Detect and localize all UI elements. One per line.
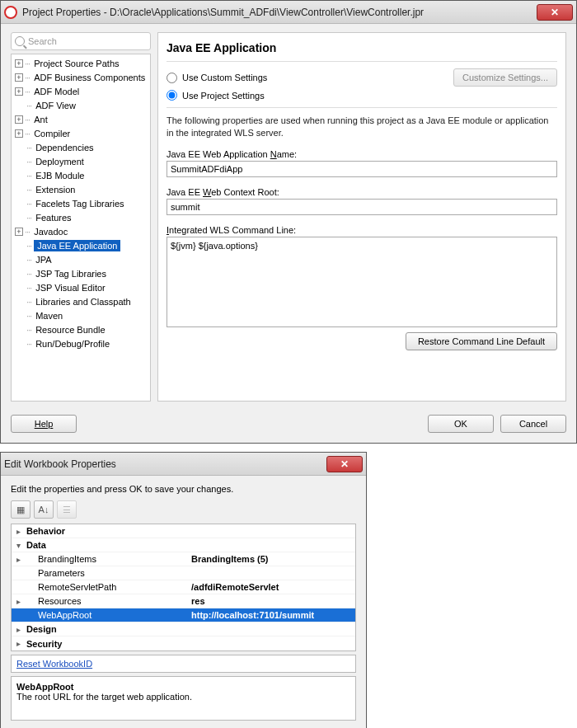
use-project-settings-radio[interactable]: [167, 90, 177, 101]
ok-button[interactable]: OK: [428, 415, 494, 433]
titlebar[interactable]: Edit Workbook Properties ✕: [1, 453, 366, 476]
tree-item-deployment[interactable]: ···Deployment: [12, 154, 150, 168]
category-tree[interactable]: +···Project Source Paths+···ADF Business…: [11, 54, 151, 402]
close-button[interactable]: ✕: [326, 456, 363, 472]
tree-connector-icon: ···: [26, 339, 31, 349]
property-brandingitems[interactable]: BrandingItemsBrandingItems (5): [12, 552, 355, 566]
use-project-settings-label: Use Project Settings: [182, 91, 265, 101]
property-name: BrandingItems: [26, 554, 191, 564]
tree-item-label: Deployment: [34, 156, 86, 167]
tree-connector-icon: ···: [26, 241, 31, 251]
tree-item-extension[interactable]: ···Extension: [12, 182, 150, 196]
tree-item-javadoc[interactable]: +···Javadoc: [12, 224, 150, 238]
settings-panel: Java EE Application Use Custom Settings …: [157, 32, 566, 402]
tree-item-label: Compiler: [32, 128, 72, 139]
help-button[interactable]: Help: [11, 415, 77, 433]
tree-connector-icon: ···: [26, 143, 31, 153]
property-value[interactable]: res: [191, 596, 355, 606]
tree-item-java-ee-application[interactable]: ···Java EE Application: [12, 238, 150, 252]
expand-arrow-icon[interactable]: [16, 639, 26, 648]
tree-item-adf-model[interactable]: +···ADF Model: [12, 84, 150, 98]
cancel-button[interactable]: Cancel: [500, 415, 566, 433]
close-button[interactable]: ✕: [537, 4, 573, 21]
property-help-box: WebAppRoot The root URL for the target w…: [11, 676, 356, 721]
tree-item-label: Maven: [34, 310, 64, 322]
expander-icon[interactable]: +: [15, 129, 23, 138]
tree-item-ejb-module[interactable]: ···EJB Module: [12, 168, 150, 182]
property-parameters[interactable]: Parameters: [12, 566, 355, 580]
tree-connector-icon: ···: [26, 269, 31, 279]
tree-item-label: Java EE Application: [34, 240, 120, 251]
category-data[interactable]: Data: [12, 538, 355, 552]
expander-icon[interactable]: +: [15, 59, 23, 68]
expander-icon[interactable]: +: [15, 73, 23, 82]
tree-item-label: ADF View: [34, 100, 77, 111]
alphabetical-view-button[interactable]: A↓: [34, 500, 54, 519]
tree-item-libraries-and-classpath[interactable]: ···Libraries and Classpath: [12, 294, 150, 308]
property-name: Parameters: [26, 568, 191, 578]
expand-arrow-icon[interactable]: [16, 527, 26, 536]
property-pages-button: ☰: [57, 500, 77, 519]
tree-item-maven[interactable]: ···Maven: [12, 308, 150, 322]
tree-connector-icon: ···: [26, 283, 31, 293]
cmdline-input[interactable]: [167, 237, 557, 327]
tree-item-label: Resource Bundle: [34, 324, 106, 336]
tree-item-features[interactable]: ···Features: [12, 210, 150, 224]
tree-item-adf-view[interactable]: ···ADF View: [12, 98, 150, 112]
tree-item-project-source-paths[interactable]: +···Project Source Paths: [12, 56, 150, 70]
property-webapproot[interactable]: WebAppRoothttp://localhost:7101/summit: [12, 608, 355, 622]
tree-item-resource-bundle[interactable]: ···Resource Bundle: [12, 322, 150, 336]
tree-item-label: Dependencies: [34, 142, 95, 153]
property-value[interactable]: BrandingItems (5): [191, 554, 355, 564]
tree-item-run-debug-profile[interactable]: ···Run/Debug/Profile: [12, 336, 150, 350]
category-behavior[interactable]: Behavior: [12, 524, 355, 538]
tree-connector-icon: ···: [26, 325, 31, 335]
expand-arrow-icon[interactable]: [16, 625, 26, 634]
property-value[interactable]: /adfdiRemoteServlet: [191, 582, 355, 592]
tree-item-jpa[interactable]: ···JPA: [12, 252, 150, 266]
property-remoteservletpath[interactable]: RemoteServletPath/adfdiRemoteServlet: [12, 580, 355, 594]
window-title: Edit Workbook Properties: [4, 458, 326, 470]
tree-item-adf-business-components[interactable]: +···ADF Business Components: [12, 70, 150, 84]
tree-connector-icon: ···: [26, 185, 31, 195]
tree-item-compiler[interactable]: +···Compiler: [12, 126, 150, 140]
expander-icon[interactable]: +: [15, 115, 23, 124]
tree-item-label: Extension: [34, 184, 77, 195]
tree-item-facelets-tag-libraries[interactable]: ···Facelets Tag Libraries: [12, 196, 150, 210]
property-resources[interactable]: Resourcesres: [12, 594, 355, 608]
expander-icon[interactable]: +: [15, 87, 23, 96]
tree-connector-icon: ···: [25, 87, 30, 96]
titlebar[interactable]: Project Properties - D:\Oracle\Applicati…: [1, 1, 576, 24]
categorized-icon: ▦: [16, 505, 25, 515]
expander-icon[interactable]: +: [15, 228, 23, 236]
property-name: Design: [26, 624, 191, 634]
tree-item-label: JPA: [34, 254, 53, 265]
window-title: Project Properties - D:\Oracle\Applicati…: [22, 7, 537, 18]
tree-connector-icon: ···: [26, 213, 31, 223]
property-value[interactable]: http://localhost:7101/summit: [191, 610, 355, 620]
search-input[interactable]: Search: [11, 32, 151, 50]
reset-workbook-id-link[interactable]: Reset WorkbookID: [16, 659, 92, 669]
property-grid[interactable]: BehaviorDataBrandingItemsBrandingItems (…: [11, 524, 356, 651]
category-design[interactable]: Design: [12, 622, 355, 636]
tree-item-jsp-visual-editor[interactable]: ···JSP Visual Editor: [12, 280, 150, 294]
expand-arrow-icon[interactable]: [16, 555, 26, 564]
description-text: The following properties are used when r…: [167, 107, 557, 139]
categorized-view-button[interactable]: ▦: [11, 500, 30, 519]
context-root-input[interactable]: [167, 199, 557, 215]
tree-connector-icon: ···: [25, 115, 30, 124]
category-security[interactable]: Security: [12, 636, 355, 651]
appname-label: Java EE Web Application Name:: [167, 149, 557, 159]
tree-item-jsp-tag-libraries[interactable]: ···JSP Tag Libraries: [12, 266, 150, 280]
restore-cmdline-button[interactable]: Restore Command Line Default: [406, 332, 557, 350]
app-icon: [4, 6, 17, 19]
tree-item-ant[interactable]: +···Ant: [12, 112, 150, 126]
tree-item-label: JSP Visual Editor: [34, 282, 107, 294]
expand-arrow-icon[interactable]: [16, 541, 26, 550]
property-name: Security: [26, 639, 191, 649]
appname-input[interactable]: [167, 161, 557, 177]
tree-item-label: EJB Module: [34, 170, 86, 181]
expand-arrow-icon[interactable]: [16, 597, 26, 606]
use-custom-settings-radio[interactable]: [167, 73, 177, 83]
tree-item-dependencies[interactable]: ···Dependencies: [12, 140, 150, 154]
